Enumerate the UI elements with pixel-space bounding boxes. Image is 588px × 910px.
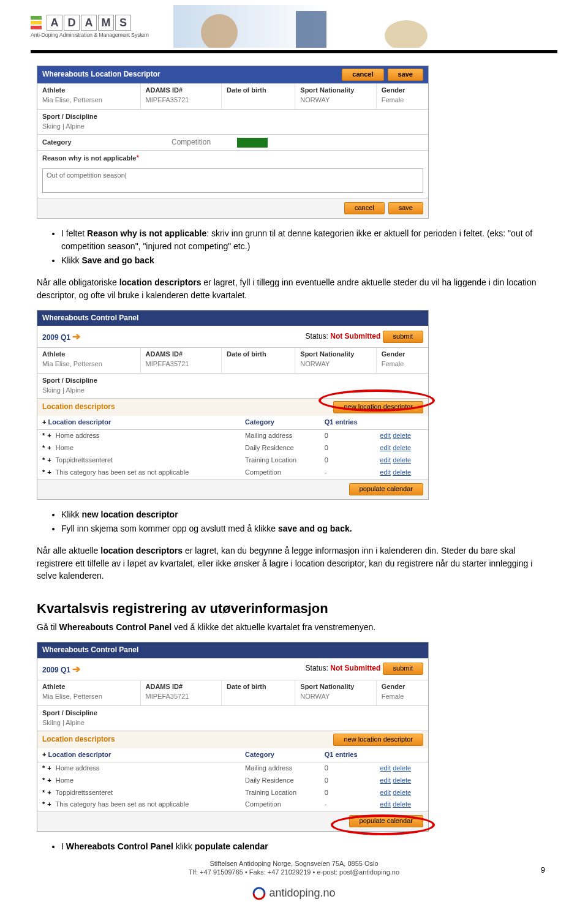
adams-logo: A D A M S — [31, 15, 149, 31]
delete-link[interactable]: delete — [393, 764, 411, 772]
category-value: Competition — [172, 138, 211, 146]
table-row: *+ ToppidrettssenteretTraining Location0… — [37, 454, 428, 467]
nationality-label: Sport Nationality — [300, 86, 371, 96]
new-location-descriptor-button-2[interactable]: new location descriptor — [333, 734, 423, 746]
svg-point-2 — [385, 20, 428, 48]
table-row: *+ HomeDaily Residence0edit delete — [37, 442, 428, 454]
location-descriptors-table: + Location descriptor Category Q1 entrie… — [37, 416, 428, 479]
athlete-value: Mia Elise, Pettersen — [42, 96, 135, 105]
status-value: Not Submitted — [330, 332, 380, 340]
delete-link[interactable]: delete — [393, 432, 411, 439]
logo-subtitle: Anti-Doping Administration & Management … — [31, 32, 149, 38]
bullet-reason: I feltet Reason why is not applicable: s… — [61, 227, 551, 252]
antidoping-logo: antidoping.no — [37, 885, 551, 901]
location-descriptors-table-2: + Location descriptor Category Q1 entrie… — [37, 748, 428, 811]
delete-link[interactable]: delete — [393, 444, 411, 451]
cancel-button-footer[interactable]: cancel — [344, 202, 385, 214]
edit-link[interactable]: edit — [380, 764, 391, 772]
nationality-value: NORWAY — [300, 96, 371, 105]
dob-label: Date of birth — [227, 86, 290, 96]
adamsid-value: MIPEFA35721 — [146, 96, 216, 105]
table-row: *+ Home addressMailing address0edit dele… — [37, 762, 428, 774]
gender-label: Gender — [382, 86, 423, 96]
panel-title: Whereabouts Location Descriptor — [42, 69, 160, 80]
cancel-button[interactable]: cancel — [342, 69, 383, 81]
category-label: Category — [42, 138, 72, 146]
arrow-right-icon[interactable]: ➔ — [72, 664, 80, 674]
edit-link[interactable]: edit — [380, 444, 391, 451]
table-row: *+ ToppidrettssenteretTraining Location0… — [37, 787, 428, 799]
section-heading-quarterly: Kvartalsvis registrering av utøverinform… — [37, 599, 551, 619]
new-location-descriptor-button[interactable]: new location descriptor — [333, 401, 423, 413]
quarter-label-2: 2009 Q1 — [42, 666, 70, 674]
reason-label: Reason why is not applicable — [42, 154, 136, 162]
gender-value: Female — [382, 96, 423, 105]
bullet-fill-form: Fyll inn skjema som kommer opp og avslut… — [61, 522, 551, 535]
arrow-right-icon[interactable]: ➔ — [72, 331, 80, 342]
reason-textarea[interactable]: Out of competition season| — [42, 168, 423, 193]
table-row: *+ Home addressMailing address0edit dele… — [37, 430, 428, 442]
sport-label: Sport / Discipline — [42, 112, 423, 122]
header-divider — [31, 50, 557, 53]
edit-link[interactable]: edit — [380, 800, 391, 808]
paragraph-obligatory: Når alle obligatoriske location descript… — [37, 276, 551, 301]
athlete-label: Athlete — [42, 86, 135, 96]
edit-link[interactable]: edit — [380, 468, 391, 476]
delete-link[interactable]: delete — [393, 789, 411, 796]
bullet-save-go-back: Klikk Save and go back — [61, 254, 551, 266]
page-number: 9 — [541, 865, 545, 876]
paragraph-all-saved: Når alle aktuelle location descriptors e… — [37, 544, 551, 582]
status-label: Status: — [306, 332, 328, 340]
sport-value: Skiing | Alpine — [42, 122, 423, 132]
control-panel-2: Whereabouts Control Panel 2009 Q1 ➔ Stat… — [37, 642, 429, 832]
bullet-new-location: Klikk new location descriptor — [61, 508, 551, 521]
quarter-label: 2009 Q1 — [42, 333, 70, 342]
control-panel-title: Whereabouts Control Panel — [42, 313, 138, 323]
save-button-footer[interactable]: save — [388, 202, 423, 214]
submit-button[interactable]: submit — [383, 331, 423, 343]
location-descriptor-panel: Whereabouts Location Descriptor cancel s… — [37, 66, 429, 219]
populate-calendar-button-2[interactable]: populate calendar — [349, 815, 423, 827]
required-asterisk: * — [136, 154, 139, 162]
delete-link[interactable]: delete — [393, 777, 411, 784]
delete-link[interactable]: delete — [393, 456, 411, 464]
footer-address: Stiftelsen Antidoping Norge, Sognsveien … — [37, 859, 551, 877]
edit-link[interactable]: edit — [380, 777, 391, 784]
green-indicator — [237, 138, 268, 148]
adamsid-label: ADAMS ID# — [146, 86, 216, 96]
table-row: *+ This category has been set as not app… — [37, 799, 428, 811]
edit-link[interactable]: edit — [380, 456, 391, 464]
table-row: *+ This category has been set as not app… — [37, 467, 428, 479]
populate-calendar-button[interactable]: populate calendar — [349, 483, 423, 495]
location-descriptors-header: Location descriptors — [42, 402, 115, 412]
header-athlete-image — [173, 5, 557, 48]
table-row: *+ HomeDaily Residence0edit delete — [37, 775, 428, 787]
delete-link[interactable]: delete — [393, 800, 411, 808]
control-panel-title-2: Whereabouts Control Panel — [42, 645, 138, 655]
save-button[interactable]: save — [388, 69, 423, 81]
paragraph-goto-control-panel: Gå til Whereabouts Control Panel ved å k… — [37, 621, 551, 633]
edit-link[interactable]: edit — [380, 789, 391, 796]
bullet-populate-calendar: I Whereabots Control Panel klikk populat… — [61, 840, 551, 852]
edit-link[interactable]: edit — [380, 432, 391, 439]
svg-rect-1 — [296, 11, 326, 48]
delete-link[interactable]: delete — [393, 468, 411, 476]
svg-point-0 — [201, 14, 238, 48]
submit-button-2[interactable]: submit — [383, 663, 423, 675]
control-panel-1: Whereabouts Control Panel 2009 Q1 ➔ Stat… — [37, 310, 429, 500]
